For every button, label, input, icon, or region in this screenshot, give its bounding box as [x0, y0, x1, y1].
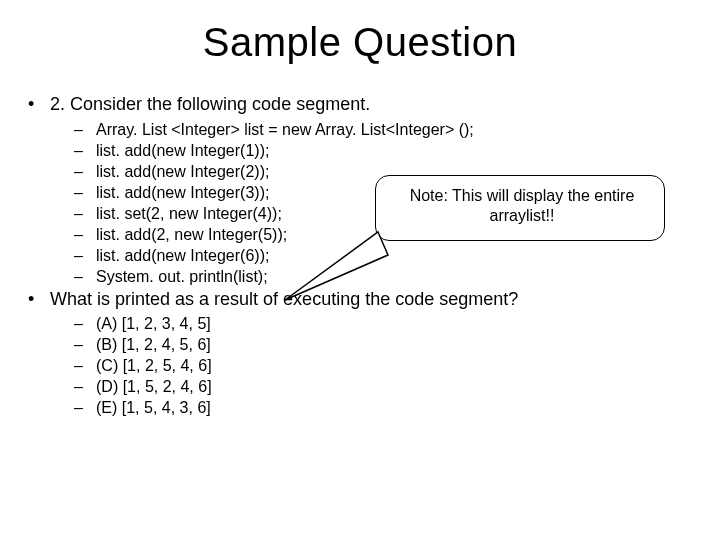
answer-option: (E) [1, 5, 4, 3, 6]: [74, 398, 700, 418]
answer-text: (B) [1, 2, 4, 5, 6]: [96, 336, 211, 353]
code-line: System. out. println(list);: [74, 267, 700, 287]
question-prompt: What is printed as a result of executing…: [28, 288, 700, 311]
callout-bubble: Note: This will display the entire array…: [375, 175, 665, 241]
code-text: Array. List <Integer> list = new Array. …: [96, 121, 474, 138]
answer-option: (A) [1, 2, 3, 4, 5]: [74, 314, 700, 334]
code-text: System. out. println(list);: [96, 268, 268, 285]
code-text: list. add(new Integer(6));: [96, 247, 269, 264]
slide-content: 2. Consider the following code segment. …: [0, 93, 720, 418]
code-text: list. add(new Integer(1));: [96, 142, 269, 159]
question-intro-text: 2. Consider the following code segment.: [50, 94, 370, 114]
callout-text: Note: This will display the entire array…: [410, 187, 635, 224]
code-line: Array. List <Integer> list = new Array. …: [74, 120, 700, 140]
answers-list: (A) [1, 2, 3, 4, 5] (B) [1, 2, 4, 5, 6] …: [74, 314, 700, 418]
answer-text: (E) [1, 5, 4, 3, 6]: [96, 399, 211, 416]
answer-text: (D) [1, 5, 2, 4, 6]: [96, 378, 212, 395]
slide: Sample Question 2. Consider the followin…: [0, 20, 720, 540]
code-text: list. add(new Integer(3));: [96, 184, 269, 201]
answer-option: (D) [1, 5, 2, 4, 6]: [74, 377, 700, 397]
answer-option: (C) [1, 2, 5, 4, 6]: [74, 356, 700, 376]
answer-text: (A) [1, 2, 3, 4, 5]: [96, 315, 211, 332]
code-text: list. add(2, new Integer(5));: [96, 226, 287, 243]
answer-option: (B) [1, 2, 4, 5, 6]: [74, 335, 700, 355]
slide-title: Sample Question: [0, 20, 720, 65]
code-text: list. add(new Integer(2));: [96, 163, 269, 180]
code-text: list. set(2, new Integer(4));: [96, 205, 282, 222]
question-prompt-text: What is printed as a result of executing…: [50, 289, 518, 309]
code-line: list. add(new Integer(1));: [74, 141, 700, 161]
answer-text: (C) [1, 2, 5, 4, 6]: [96, 357, 212, 374]
code-line: list. add(new Integer(6));: [74, 246, 700, 266]
question-intro: 2. Consider the following code segment.: [28, 93, 700, 116]
